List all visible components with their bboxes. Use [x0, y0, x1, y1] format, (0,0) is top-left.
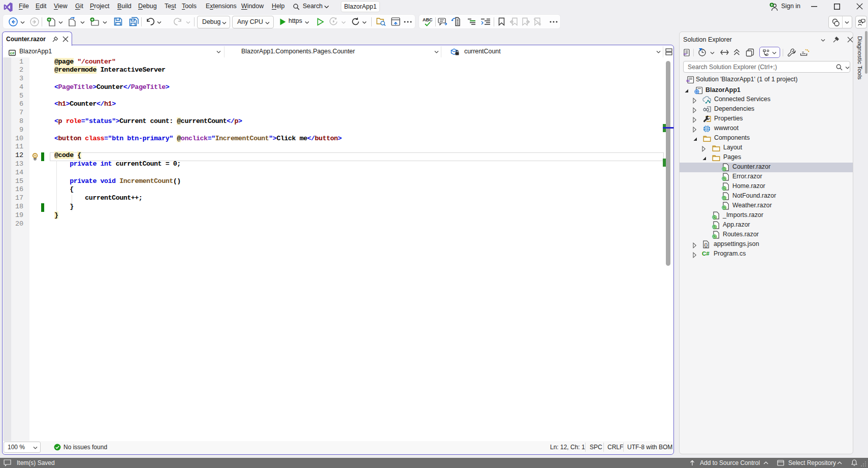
svg-text:c#: c#	[10, 51, 15, 55]
svg-text:{}: {}	[704, 242, 708, 247]
svg-text:∞: ∞	[684, 51, 687, 56]
svg-text:∞: ∞	[686, 78, 690, 83]
